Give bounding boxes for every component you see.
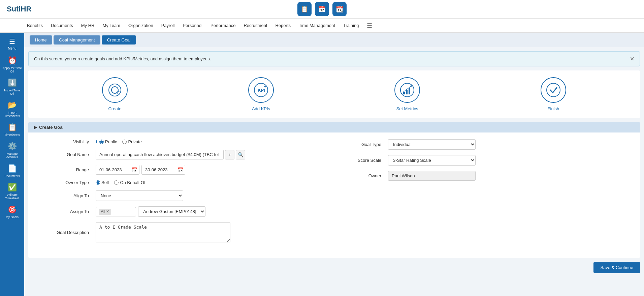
validate-timesheet-icon: ✅ [8,183,17,192]
sidebar-item-import-time-off[interactable]: ⬇️ Import Time Off [1,76,24,98]
my-goals-icon: 🎯 [8,205,17,214]
step-finish[interactable]: Finish [541,77,566,111]
nav-bar: Benefits Documents My HR My Team Organiz… [0,19,644,33]
sidebar-item-documents[interactable]: 📄 Documents [1,161,24,180]
goal-type-row: Goal Type Individual Team Organization [341,139,620,150]
nav-myteam[interactable]: My Team [102,22,120,29]
kpi-step-icon: KPI + [254,83,268,97]
sidebar-item-validate-timesheet[interactable]: ✅ Validate Timesheet [1,180,24,203]
top-bar: SutiHR 📋 📅 📆 [0,0,644,19]
svg-rect-9 [403,92,405,94]
align-to-select[interactable]: None Goal 1 Goal 2 [96,190,183,201]
assign-to-employee-select[interactable]: Andrew Gaston [EMP0148] Paul Wilson [EMP… [138,206,205,217]
visibility-info-icon[interactable]: ℹ [96,139,97,144]
goal-type-select[interactable]: Individual Team Organization [388,139,476,150]
score-scale-select[interactable]: 3-Star Rating Scale 5-Star Rating Scale … [388,155,476,166]
range-start-wrap: 📅 [96,165,139,175]
owner-type-behalf-option[interactable]: On Behalf Of [114,180,145,185]
breadcrumb: Home Goal Management Create Goal [24,33,644,47]
visibility-private-label: Private [128,139,141,144]
visibility-private-option[interactable]: Private [122,139,141,144]
owner-input [388,171,476,181]
info-banner-text: On this screen, you can create goals and… [34,56,211,61]
align-to-label: Align To [49,193,89,198]
nav-more-icon[interactable]: ☰ [367,22,372,29]
import-timesheets-icon: 📂 [8,101,17,110]
nav-personnel[interactable]: Personnel [183,22,202,29]
goal-name-add-icon[interactable]: + [225,150,234,159]
owner-type-self-label: Self [101,180,109,185]
sidebar-item-my-goals[interactable]: 🎯 My Goals [1,203,24,221]
goal-name-search-icon[interactable]: 🔍 [236,150,245,159]
metrics-step-icon [400,83,415,97]
align-to-control: None Goal 1 Goal 2 [96,190,327,201]
nav-myhr[interactable]: My HR [81,22,95,29]
visibility-public-option[interactable]: Public [99,139,117,144]
save-continue-button[interactable]: Save & Continue [593,262,640,273]
sidebar-item-import-timesheets[interactable]: 📂 Import Timesheets [1,98,24,120]
nav-timemanagement[interactable]: Time Management [299,22,335,29]
assign-to-tag-remove[interactable]: ✕ [106,209,109,214]
expand-icon[interactable]: ▶ [34,125,37,130]
nav-reports[interactable]: Reports [275,22,291,29]
nav-payroll[interactable]: Payroll [161,22,175,29]
score-scale-control: 3-Star Rating Scale 5-Star Rating Scale … [388,155,620,166]
svg-point-12 [411,85,412,87]
info-banner-close[interactable]: ✕ [630,56,634,62]
svg-text:+: + [118,90,120,93]
owner-type-self-radio[interactable] [96,180,100,185]
nav-organization[interactable]: Organization [128,22,153,29]
step-create-label: Create [108,106,121,111]
range-control: 📅 📅 [96,165,327,175]
visibility-private-radio[interactable] [122,140,127,144]
timesheet-top-icon[interactable]: 📋 [297,2,312,16]
sidebar-item-timesheets-label: Timesheets [4,133,20,137]
calendar-top-icon[interactable]: 📅 [315,2,329,16]
assign-to-tag-label: All [101,209,105,214]
visibility-row: Visibility ℹ Public [49,139,327,144]
goal-description-textarea[interactable]: A to E Grade Scale [96,222,230,242]
range-start-calendar-icon[interactable]: 📅 [132,167,137,173]
goal-name-row: Goal Name + 🔍 [49,150,327,159]
visibility-radio-group: Public Private [99,139,142,144]
nav-recruitment[interactable]: Recruitment [244,22,267,29]
goal-description-label: Goal Description [49,230,89,235]
sidebar-item-manage-accruals-label: Manage Accruals [2,152,22,159]
info-banner: On this screen, you can create goals and… [28,51,640,66]
manage-accruals-icon: ⚙️ [8,142,17,151]
goal-name-input[interactable] [96,150,224,159]
step-set-metrics[interactable]: Set Metrics [394,77,420,111]
step-add-kpis[interactable]: KPI + Add KPIs [248,77,274,111]
sidebar-item-documents-label: Documents [4,174,20,178]
step-add-kpis-label: Add KPIs [252,106,270,111]
form-left-col: Visibility ℹ Public [49,139,327,248]
owner-type-behalf-label: On Behalf Of [120,180,145,185]
schedule-top-icon[interactable]: 📆 [332,2,347,16]
assign-to-label: Assign To [49,209,89,214]
top-icons: 📋 📅 📆 [297,2,347,16]
sidebar-item-manage-accruals[interactable]: ⚙️ Manage Accruals [1,139,24,161]
breadcrumb-goal-management[interactable]: Goal Management [54,35,100,45]
score-scale-row: Score Scale 3-Star Rating Scale 5-Star R… [341,155,620,166]
nav-performance[interactable]: Performance [211,22,235,29]
breadcrumb-home[interactable]: Home [30,35,52,45]
nav-benefits[interactable]: Benefits [27,22,43,29]
assign-to-row: Assign To All ✕ Andrew Gaston [EMP0148 [49,206,327,217]
range-row: Range 📅 📅 [49,165,327,175]
range-end-calendar-icon[interactable]: 📅 [178,167,183,173]
sidebar-item-timesheets[interactable]: 📋 Timesheets [1,120,24,139]
assign-to-tag-input[interactable]: All ✕ [96,207,136,216]
breadcrumb-create-goal[interactable]: Create Goal [102,35,136,45]
owner-type-self-option[interactable]: Self [96,180,109,185]
step-create[interactable]: + Create [102,77,128,111]
step-metrics-circle [394,77,420,103]
sidebar-menu-button[interactable]: ☰ Menu [2,35,22,52]
nav-documents[interactable]: Documents [51,22,73,29]
sidebar-item-apply-time-off[interactable]: ⏰ Apply for Time Off [1,54,24,76]
form-columns: Visibility ℹ Public [49,139,620,248]
visibility-public-radio[interactable] [99,140,104,144]
step-finish-circle [541,77,566,103]
nav-training[interactable]: Training [343,22,359,29]
owner-type-behalf-radio[interactable] [114,180,119,185]
step-create-circle: + [102,77,128,103]
